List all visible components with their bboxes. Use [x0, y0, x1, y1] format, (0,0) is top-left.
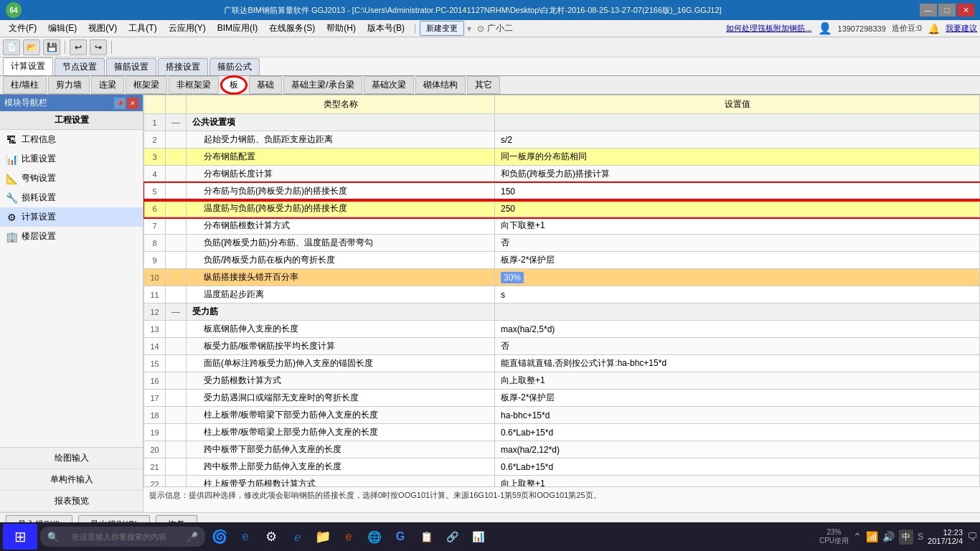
- table-row: 20跨中板带下部受力筋伸入支座的长度max(ha/2,12*d): [144, 441, 980, 458]
- sidebar-item-project-info[interactable]: 🏗 工程信息: [0, 130, 143, 149]
- notification-link[interactable]: 如何处理筏板附加钢筋...: [726, 23, 811, 34]
- subtab-other[interactable]: 其它: [467, 76, 500, 94]
- row-value[interactable]: s/2: [495, 131, 980, 149]
- sidebar-close-btn[interactable]: ✕: [127, 98, 138, 109]
- open-file-icon[interactable]: 📂: [23, 39, 40, 55]
- taskbar-icon-edge[interactable]: ℯ: [286, 525, 308, 548]
- row-number: 12: [144, 303, 166, 321]
- row-indent: [166, 321, 187, 338]
- taskbar-icon-folder[interactable]: 📁: [311, 525, 334, 548]
- row-value[interactable]: 否: [495, 338, 980, 355]
- taskbar-icon-app2[interactable]: 🔗: [440, 525, 463, 548]
- row-value[interactable]: s: [495, 286, 980, 303]
- row-indent: [166, 166, 187, 183]
- row-name: 温度筋与负筋(跨板受力筋)的搭接长度: [187, 200, 495, 217]
- taskbar-search-input[interactable]: [63, 527, 184, 547]
- tab-stirrup-formula[interactable]: 箍筋公式: [209, 58, 260, 75]
- subtab-masonry[interactable]: 砌体结构: [415, 76, 466, 94]
- minimize-btn[interactable]: —: [920, 4, 937, 17]
- draw-input-btn[interactable]: 绘图输入: [0, 448, 143, 469]
- info-bar: 提示信息：提供四种选择，修改此项会影响钢筋的搭接长度，选择0时按OOG101计算…: [143, 486, 980, 512]
- menu-cloud[interactable]: 云应用(Y): [163, 21, 212, 36]
- row-value[interactable]: 向下取整+1: [495, 217, 980, 235]
- menu-bim[interactable]: BIM应用(I): [212, 21, 264, 36]
- new-file-icon[interactable]: 📄: [3, 39, 20, 55]
- menu-online[interactable]: 在线服务(S): [263, 21, 321, 36]
- undo-icon[interactable]: ↩: [70, 39, 87, 55]
- menu-help[interactable]: 帮助(H): [321, 21, 362, 36]
- menu-tools[interactable]: 工具(T): [123, 21, 162, 36]
- subtab-nonframe-beam[interactable]: 非框架梁: [169, 76, 219, 94]
- row-number: 16: [144, 372, 166, 390]
- redo-icon[interactable]: ↪: [90, 39, 107, 55]
- clock: 12:23 2017/12/4: [928, 528, 963, 545]
- sidebar-item-hook[interactable]: 📐 弯钩设置: [0, 169, 143, 188]
- start-button[interactable]: ⊞: [3, 524, 37, 550]
- row-value[interactable]: 否: [495, 235, 980, 252]
- col-value-header: 设置值: [495, 95, 980, 114]
- tab-calc-settings[interactable]: 计算设置: [3, 57, 53, 75]
- sidebar-item-floors[interactable]: 🏢 楼层设置: [0, 227, 143, 246]
- report-preview-btn[interactable]: 报表预览: [0, 491, 143, 512]
- row-value[interactable]: 向上取整+1: [495, 372, 980, 390]
- taskbar-icon-cortana[interactable]: 🌀: [208, 525, 231, 548]
- tab-lap-settings[interactable]: 搭接设置: [158, 58, 208, 75]
- row-value[interactable]: max(ha/2,12*d): [495, 441, 980, 458]
- tab-node-settings[interactable]: 节点设置: [55, 58, 105, 75]
- taskbar-icon-ie[interactable]: e: [234, 525, 257, 548]
- row-value[interactable]: 250: [495, 200, 980, 217]
- row-value[interactable]: 0.6*Lab+15*d: [495, 458, 980, 476]
- row-value[interactable]: 30%: [495, 269, 980, 286]
- taskbar-icon-app1[interactable]: 📋: [415, 525, 438, 548]
- taskbar-icon-globe[interactable]: 🌐: [363, 525, 386, 548]
- row-value[interactable]: 同一板厚的分布筋相同: [495, 149, 980, 166]
- subtab-foundation[interactable]: 基础: [249, 76, 282, 94]
- row-number: 21: [144, 458, 166, 476]
- new-change-btn[interactable]: 新建变更: [420, 21, 464, 36]
- sidebar-item-calc[interactable]: ⚙ 计算设置: [0, 207, 143, 227]
- menu-edit[interactable]: 编辑(E): [42, 21, 83, 36]
- subtab-column[interactable]: 柱/墙柱: [3, 76, 47, 94]
- row-value[interactable]: 向上取整+1: [495, 476, 980, 487]
- sidebar-item-loss[interactable]: 🔧 损耗设置: [0, 188, 143, 207]
- taskbar-icon-app3[interactable]: 📊: [466, 525, 489, 548]
- subtab-foundation-main-beam[interactable]: 基础主梁/承台梁: [283, 76, 362, 94]
- subtab-shear-wall[interactable]: 剪力墙: [48, 76, 90, 94]
- taskbar-icon-ie2[interactable]: e: [337, 525, 360, 548]
- sidebar-pin-btn[interactable]: 📌: [114, 98, 126, 109]
- taskbar-search-area[interactable]: 🔍 🎤: [40, 527, 205, 547]
- row-value[interactable]: ha-bhc+15*d: [495, 407, 980, 424]
- subtab-coupling-beam[interactable]: 连梁: [91, 76, 124, 94]
- subtab-slab[interactable]: 板: [220, 75, 248, 95]
- price-info: 造价豆:0: [892, 23, 922, 34]
- title-controls: — □ ✕: [920, 4, 974, 17]
- row-value[interactable]: 板厚-2*保护层: [495, 390, 980, 407]
- save-file-icon[interactable]: 💾: [43, 39, 60, 55]
- taskbar-icon-g[interactable]: G: [389, 525, 412, 548]
- row-value[interactable]: 0.6*Lab+15*d: [495, 424, 980, 441]
- taskbar-icon-settings[interactable]: ⚙: [260, 525, 283, 548]
- table-row: 12—受力筋: [144, 303, 980, 321]
- row-indent: [166, 390, 187, 407]
- tab-stirrup-settings[interactable]: 箍筋设置: [106, 58, 156, 75]
- menu-file[interactable]: 文件(F): [3, 21, 42, 36]
- main-content: 模块导航栏 📌 ✕ 工程设置 🏗 工程信息 📊 比重设置 📐 弯钩设置 🔧 损耗…: [0, 95, 980, 512]
- row-value[interactable]: max(ha/2,5*d): [495, 321, 980, 338]
- maximize-btn[interactable]: □: [938, 4, 956, 17]
- menu-version[interactable]: 版本号(B): [362, 21, 410, 36]
- menu-view[interactable]: 视图(V): [83, 21, 123, 36]
- taskbar-right: 23%CPU使用 ⌃ 📶 🔊 中 S 12:23 2017/12/4 🗨: [819, 528, 977, 546]
- table-row: 14板受力筋/板带钢筋按平均长度计算否: [144, 338, 980, 355]
- row-value[interactable]: 150: [495, 183, 980, 200]
- register-link[interactable]: 我要建议: [946, 23, 977, 34]
- row-value[interactable]: 板厚-2*保护层: [495, 252, 980, 269]
- table-container[interactable]: 类型名称 设置值 1—公共设置项2起始受力钢筋、负筋距支座边距离s/23分布钢筋…: [143, 95, 980, 486]
- single-component-btn[interactable]: 单构件输入: [0, 469, 143, 491]
- row-value[interactable]: 和负筋(跨板受力筋)搭接计算: [495, 166, 980, 183]
- row-value[interactable]: 能直锚就直锚,否则按公式计算:ha-bhc+15*d: [495, 355, 980, 372]
- subtab-foundation-secondary-beam[interactable]: 基础次梁: [364, 76, 414, 94]
- sidebar-item-density[interactable]: 📊 比重设置: [0, 149, 143, 169]
- toolbar: 📄 📂 💾 ↩ ↪: [0, 37, 980, 57]
- close-btn[interactable]: ✕: [957, 4, 974, 17]
- subtab-frame-beam[interactable]: 框架梁: [126, 76, 167, 94]
